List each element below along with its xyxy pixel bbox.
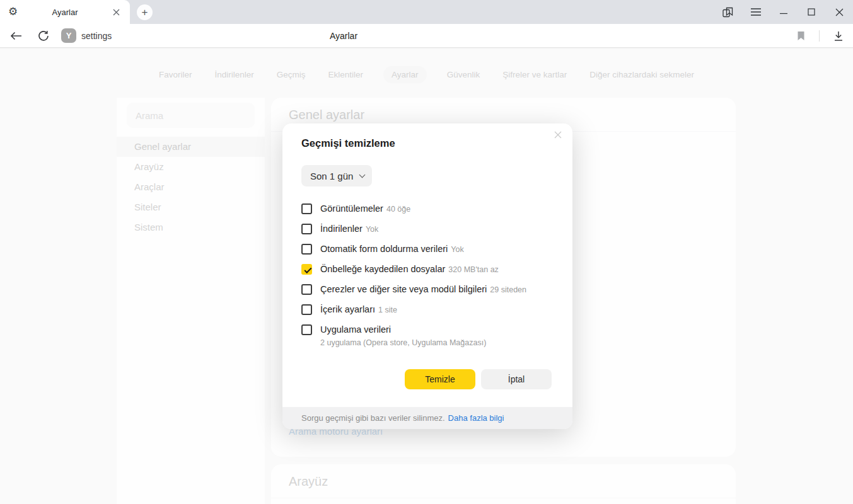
checkbox[interactable]: [301, 284, 312, 295]
clear-options-list: Görüntülemeler40 öğe İndirilenlerYok Oto…: [301, 203, 554, 355]
cancel-button[interactable]: İptal: [481, 369, 552, 389]
maximize-icon[interactable]: [798, 0, 825, 24]
checkbox[interactable]: [301, 244, 312, 255]
clear-option-meta: 29 siteden: [490, 285, 526, 294]
checkbox[interactable]: [301, 203, 312, 214]
clear-option-label: Otomatik form doldurma verileri: [320, 244, 448, 254]
checkbox[interactable]: [301, 324, 312, 335]
site-badge-y: Y: [61, 28, 76, 43]
more-info-link[interactable]: Daha fazla bilgi: [448, 413, 504, 423]
clear-option-row[interactable]: Çerezler ve diğer site veya modül bilgil…: [301, 284, 554, 295]
dialog-footer-text: Sorgu geçmişi gibi bazı veriler silinmez…: [301, 413, 445, 423]
clear-option-label: Uygulama verileri: [320, 324, 391, 335]
checkbox[interactable]: [301, 224, 312, 234]
clear-option-row[interactable]: Görüntülemeler40 öğe: [301, 203, 554, 215]
clear-option-meta: Yok: [451, 245, 463, 254]
clear-option-subtext: 2 uygulama (Opera store, Uygulama Mağaza…: [320, 338, 486, 347]
browser-tab[interactable]: ⚙ Ayarlar: [0, 0, 130, 24]
download-icon[interactable]: [831, 28, 846, 43]
tab-bar: ⚙ Ayarlar +: [0, 0, 853, 24]
clear-option-row[interactable]: Uygulama verileri 2 uygulama (Opera stor…: [301, 324, 554, 347]
clear-option-label: Çerezler ve diğer site veya modül bilgil…: [320, 284, 487, 294]
tab-close-icon[interactable]: [110, 6, 122, 18]
address-page-title: Ayarlar: [330, 31, 357, 41]
clear-option-label: İçerik ayarları: [320, 304, 375, 314]
checkbox[interactable]: [301, 304, 312, 315]
clear-option-row[interactable]: İçerik ayarları1 site: [301, 304, 554, 316]
url-text[interactable]: settings: [81, 31, 112, 41]
new-tab-button[interactable]: +: [137, 4, 153, 20]
clear-option-row[interactable]: Önbelleğe kaydedilen dosyalar320 MB'tan …: [301, 263, 554, 275]
period-dropdown[interactable]: Son 1 gün: [301, 165, 372, 186]
dialog-close-icon[interactable]: [551, 128, 565, 142]
clear-button[interactable]: Temizle: [405, 369, 475, 389]
toolbar-divider: [819, 30, 820, 42]
back-icon[interactable]: [8, 28, 23, 43]
bookmark-icon[interactable]: [793, 28, 808, 43]
clear-option-row[interactable]: İndirilenlerYok: [301, 223, 554, 235]
dialog-title: Geçmişi temizleme: [301, 137, 395, 149]
clear-history-dialog: Geçmişi temizleme Son 1 gün Görüntülemel…: [282, 123, 572, 429]
window-close-icon[interactable]: [825, 0, 853, 24]
clear-option-meta: 40 öğe: [386, 205, 410, 214]
clear-option-label: İndirilenler: [320, 224, 363, 234]
clear-option-meta: 320 MB'tan az: [448, 265, 499, 274]
clear-option-meta: 1 site: [378, 306, 397, 314]
period-dropdown-value: Son 1 gün: [310, 171, 353, 181]
clear-option-label: Görüntülemeler: [320, 203, 383, 214]
clear-option-row[interactable]: Otomatik form doldurma verileriYok: [301, 243, 554, 255]
reload-icon[interactable]: [36, 28, 51, 43]
chevron-down-icon: [359, 172, 366, 178]
side-panels-icon[interactable]: [714, 0, 742, 24]
menu-icon[interactable]: [742, 0, 770, 24]
clear-option-meta: Yok: [366, 225, 378, 234]
dialog-footer: Sorgu geçmişi gibi bazı veriler silinmez…: [282, 407, 572, 429]
minimize-icon[interactable]: [770, 0, 798, 24]
checkbox[interactable]: [301, 264, 312, 275]
address-bar: Y settings Ayarlar: [0, 24, 853, 48]
clear-option-label: Önbelleğe kaydedilen dosyalar: [320, 264, 445, 274]
